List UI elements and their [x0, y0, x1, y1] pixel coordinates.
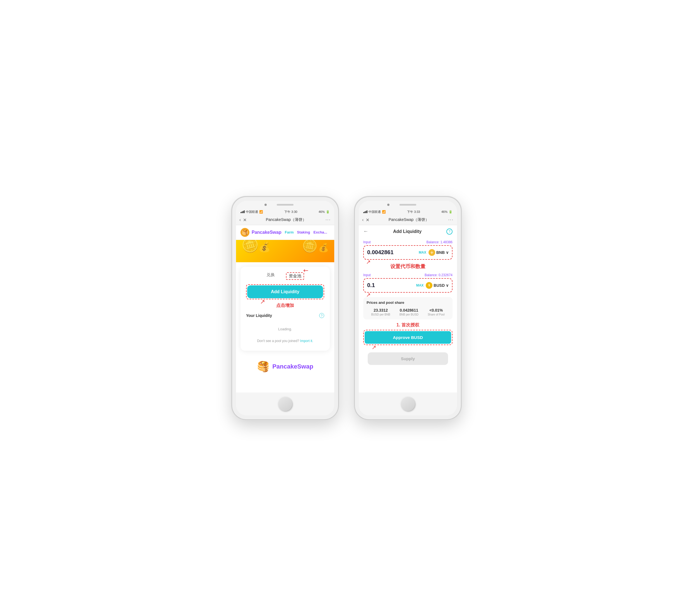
tab-pool-label: 资金池 [289, 273, 301, 278]
input-bnb-section: Input Balance: 1.48386 0.0042861 MAX [363, 240, 453, 260]
first-auth-annotation: 1. 首次授权 [363, 322, 453, 328]
nav-exchange[interactable]: Excha... [314, 230, 327, 234]
carrier-1: 中国联通 [246, 210, 258, 214]
busd-max-button[interactable]: MAX [416, 283, 424, 287]
share-of-pool-label: Share of Pool [428, 313, 445, 316]
busd-amount[interactable]: 0.1 [367, 282, 414, 289]
browser-more-1[interactable]: ··· [325, 217, 331, 222]
add-liq-title: Add Liquidity [393, 229, 421, 234]
browser-more-2[interactable]: ··· [448, 217, 454, 222]
pancake-logo-icon: 🥞 [240, 228, 250, 237]
time-2: 下午 3:33 [407, 210, 420, 214]
bnb-input-box[interactable]: 0.0042861 MAX [363, 245, 453, 260]
pancake-footer: 🥞 PancakeSwap [236, 355, 334, 375]
bnb-token-name: BNB [436, 250, 445, 255]
battery-percent-1: 46% [319, 210, 325, 214]
tab-pool-annotated[interactable]: 资金池 [286, 272, 304, 280]
input1-balance: Balance: 1.48386 [427, 240, 453, 244]
status-bar-2: 中国联通 📶 下午 3:33 46% 🔋 [359, 209, 457, 215]
bnb-token-selector[interactable]: BNB ∨ [429, 249, 449, 256]
phone-bottom-1 [236, 393, 334, 415]
svg-marker-1 [431, 252, 432, 254]
bnb-max-button[interactable]: MAX [419, 251, 426, 254]
home-button-2[interactable] [401, 397, 415, 411]
svg-marker-3 [432, 252, 433, 253]
busd-token-selector[interactable]: $ BUSD ∨ [426, 282, 449, 289]
prices-title: Prices and pool share [367, 300, 449, 305]
main-card: 兑换 资金池 ↙ Add Liquidity [240, 267, 330, 351]
bnb-per-busd-value: 0.0428611 [399, 308, 418, 313]
tab-row: 兑换 资金池 ↙ [246, 272, 324, 280]
screen-content-2: ← Add Liquidity ? Input Balance: 1.48386… [359, 225, 457, 393]
info-icon[interactable]: ? [447, 228, 453, 235]
bnb-amount[interactable]: 0.0042861 [367, 249, 417, 256]
busd-per-bnb-value: 23.3312 [371, 308, 390, 313]
phone-bottom-2 [359, 393, 457, 415]
liquidity-help-icon[interactable]: ? [319, 313, 324, 318]
back-arrow-icon[interactable]: ← [363, 228, 368, 234]
pancake-brand: PancakeSwap [252, 230, 281, 235]
add-liquidity-button[interactable]: Add Liquidity [247, 285, 323, 298]
browser-back-2[interactable]: ‹ [362, 217, 363, 222]
browser-back-1[interactable]: ‹ [239, 217, 241, 222]
input2-balance: Balance: 0.232674 [424, 273, 453, 277]
busd-chevron-icon: ∨ [446, 283, 449, 287]
nav-staking[interactable]: Staking [297, 230, 310, 234]
arrow-bnb-input: ↗ [366, 259, 371, 265]
input1-label-row: Input Balance: 1.48386 [363, 240, 453, 244]
arrow-add-liq: ↗ [260, 298, 265, 305]
tab-exchange[interactable]: 兑换 [266, 272, 275, 280]
pancake-header: 🥞 PancakeSwap Farm Staking Excha... [236, 225, 334, 240]
browser-bar-2: ‹ ✕ PancakeSwap（薄饼） ··· [359, 215, 457, 225]
setting-annotation: 设置代币和数量 [359, 263, 457, 270]
home-button-1[interactable] [278, 397, 292, 411]
input-busd-section: Input Balance: 0.232674 0.1 MAX $ BUSD [363, 273, 453, 293]
battery-percent-2: 46% [441, 210, 448, 214]
add-liquidity-btn-wrapper: Add Liquidity [246, 284, 324, 299]
svg-marker-2 [431, 252, 431, 253]
annotation-click: 点击增加 [246, 303, 324, 309]
hero-section: 🪙 💰 🪙 💰 [236, 240, 334, 262]
browser-close-1[interactable]: ✕ [243, 217, 246, 223]
busd-token-icon: $ [426, 282, 432, 289]
browser-title-1: PancakeSwap（薄饼） [249, 217, 323, 222]
supply-section: Supply [363, 351, 453, 366]
status-bar-1: 中国联通 📶 下午 3:30 46% 🔋 [236, 209, 334, 215]
wifi-icon-1: 📶 [259, 210, 263, 214]
bnb-chevron-icon: ∨ [446, 250, 449, 255]
approve-btn-wrapper: Approve BUSD [363, 330, 453, 345]
input2-label-row: Input Balance: 0.232674 [363, 273, 453, 277]
wifi-icon-2: 📶 [382, 210, 386, 214]
speaker [277, 204, 294, 205]
supply-button[interactable]: Supply [368, 352, 448, 365]
import-link[interactable]: Import it. [300, 339, 313, 343]
input1-label: Input [363, 240, 371, 244]
approve-section: 1. 首次授权 Approve BUSD ↗ [363, 322, 453, 345]
time-1: 下午 3:30 [284, 210, 297, 214]
price-busd-per-bnb: 23.3312 BUSD per BNB [371, 308, 390, 316]
input2-label: Input [363, 273, 371, 277]
busd-per-bnb-label: BUSD per BNB [371, 313, 390, 316]
screen-content-1: 🥞 PancakeSwap Farm Staking Excha... 🪙 💰 … [236, 225, 334, 393]
import-link-section: Don't see a pool you joined? Import it. [246, 337, 324, 345]
browser-close-2[interactable]: ✕ [366, 217, 369, 223]
bnb-per-busd-label: BNB per BUSD [399, 313, 418, 316]
approve-busd-button[interactable]: Approve BUSD [364, 331, 451, 344]
busd-input-box[interactable]: 0.1 MAX $ BUSD ∨ [363, 278, 453, 293]
your-liquidity-section: Your Liquidity ? [246, 313, 324, 321]
browser-bar-1: ‹ ✕ PancakeSwap（薄饼） ··· [236, 215, 334, 225]
battery-icon-1: 🔋 [326, 210, 330, 214]
nav-farm[interactable]: Farm [285, 230, 294, 234]
footer-logo-icon: 🥞 [257, 361, 270, 373]
nav-links: Farm Staking Excha... [285, 230, 327, 234]
battery-icon-2: 🔋 [449, 210, 453, 214]
add-liq-header: ← Add Liquidity ? [359, 225, 457, 238]
phone-1: 中国联通 📶 下午 3:30 46% 🔋 ‹ ✕ PancakeSwap（薄饼）… [232, 197, 338, 419]
prices-row: 23.3312 BUSD per BNB 0.0428611 BNB per B… [367, 308, 449, 316]
share-of-pool-value: <0.01% [428, 308, 445, 313]
browser-title-2: PancakeSwap（薄饼） [372, 217, 446, 222]
signal-icon [240, 210, 245, 213]
price-share-of-pool: <0.01% Share of Pool [428, 308, 445, 316]
arrow-approve: ↗ [372, 344, 376, 351]
signal-icon-2 [363, 210, 368, 213]
